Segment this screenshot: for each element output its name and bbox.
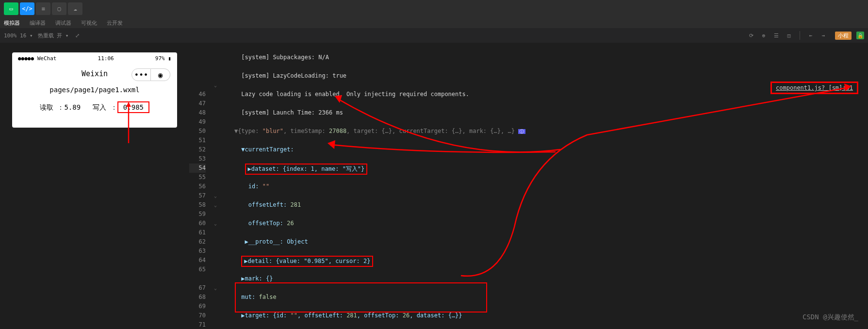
tab-cloud[interactable]: 云开发: [107, 19, 123, 27]
simulator-btn[interactable]: ▭: [4, 2, 18, 15]
capsule-close-btn[interactable]: ◉: [151, 68, 170, 81]
zoom-dropdown[interactable]: 100% 16 ▾: [4, 33, 33, 39]
tool-row: 100% 16 ▾ 热重载 开 ▾ ⤢ ⟳ ⊕ ☰ ◫ ← → 小程 🔒: [0, 28, 868, 43]
phone-statusbar: ●●●●● WeChat 11:06 97% ▮: [12, 52, 177, 65]
write-label: 写入: [93, 103, 106, 111]
tab-visual[interactable]: 可视化: [81, 19, 97, 27]
layers-btn[interactable]: ≡: [36, 2, 50, 15]
back-icon[interactable]: ←: [807, 32, 815, 39]
line-gutter: 4647484950515253545556575859606162636465…: [189, 43, 211, 329]
tab-debugger[interactable]: 调试器: [55, 19, 71, 27]
dataset-box: ▶dataset: {index: 1, name: "写入"}: [245, 164, 368, 175]
tab-compiler[interactable]: 编译器: [30, 19, 46, 27]
expand-icon[interactable]: ⤢: [73, 32, 81, 39]
lock-icon[interactable]: 🔒: [856, 32, 864, 39]
simulator-panel: ●●●●● WeChat 11:06 97% ▮ Weixin ••• ◉ pa…: [0, 43, 189, 329]
cloud-btn[interactable]: ☁: [68, 2, 82, 15]
page-path: pages/page1/page1.wxml: [12, 83, 177, 97]
console-line: [system] Launch Time: 2366 ms: [241, 109, 343, 116]
time-text: 11:06: [98, 55, 114, 62]
split-icon[interactable]: ◫: [785, 32, 793, 39]
fwd-icon[interactable]: →: [819, 32, 827, 39]
battery-text: 97% ▮: [155, 55, 171, 62]
write-colon: ：: [111, 103, 117, 111]
capsule-more-btn[interactable]: •••: [131, 68, 151, 81]
console-line: [system] Subpackages: N/A: [241, 54, 329, 61]
sub-tabs: 模拟器 编译器 调试器 可视化 云开发: [0, 17, 868, 28]
console-line: Lazy code loading is enabled. Only injec…: [241, 91, 469, 98]
tab-simulator[interactable]: 模拟器: [4, 19, 20, 27]
console-line: [system] LazyCodeLoading: true: [241, 72, 346, 79]
miniapp-tag[interactable]: 小程: [835, 32, 852, 40]
main-area: ●●●●● WeChat 11:06 97% ▮ Weixin ••• ◉ pa…: [0, 43, 868, 329]
read-label: 读取: [40, 103, 53, 111]
device-dropdown[interactable]: 热重载 开 ▾: [38, 32, 69, 39]
source-link[interactable]: component1.js? [sm]:61: [770, 82, 858, 94]
detail-box: ▶detail: {value: "0.985", cursor: 2}: [241, 256, 373, 267]
app-title: Weixin: [82, 69, 108, 78]
carrier-text: ●●●●● WeChat: [18, 55, 56, 62]
preview-btn[interactable]: ▢: [52, 2, 66, 15]
code-panel: 4647484950515253545556575859606162636465…: [189, 43, 868, 329]
read-value: ：5.89: [57, 103, 81, 111]
phone-frame: ●●●●● WeChat 11:06 97% ▮ Weixin ••• ◉ pa…: [12, 52, 177, 128]
write-input[interactable]: 0.985: [117, 101, 149, 113]
code-btn[interactable]: </>: [20, 2, 34, 15]
page-content: 读取 ：5.89 写入 ：0.985: [12, 97, 177, 128]
watermark: CSDN @兴趣使然_: [802, 313, 858, 322]
fold-column: ⌄⌄⌄⌄⌄: [211, 43, 220, 329]
tree-icon[interactable]: ☰: [772, 32, 780, 39]
crosshair-icon[interactable]: ⊕: [760, 32, 768, 39]
phone-titlebar: Weixin ••• ◉: [12, 65, 177, 83]
refresh-icon[interactable]: ⟳: [747, 32, 755, 39]
top-toolbar: ▭ </> ≡ ▢ ☁: [0, 0, 868, 17]
